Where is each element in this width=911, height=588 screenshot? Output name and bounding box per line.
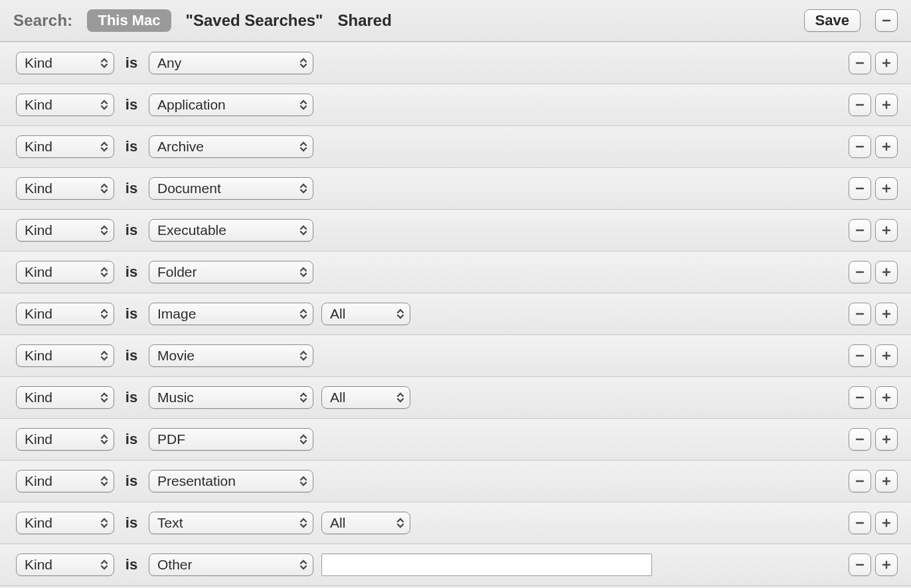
chevron-updown-icon [299,350,307,362]
minus-icon [855,100,865,110]
criterion-attribute-label: Kind [25,557,52,573]
criterion-attribute-label: Kind [25,306,52,322]
criterion-value-popup[interactable]: Text [149,512,313,534]
criterion-text-input[interactable] [321,553,652,576]
criterion-attribute-popup[interactable]: Kind [16,553,114,576]
criterion-row: KindisMusicAll [0,377,911,419]
criterion-attribute-popup[interactable]: Kind [16,303,114,325]
criterion-subvalue-label: All [330,390,345,405]
criterion-attribute-label: Kind [25,431,52,447]
criterion-attribute-popup[interactable]: Kind [16,428,114,451]
criterion-attribute-label: Kind [25,97,52,113]
criterion-value-popup[interactable]: Presentation [149,470,313,492]
remove-criterion-button[interactable] [849,135,871,158]
criterion-attribute-popup[interactable]: Kind [16,219,114,242]
criterion-value-popup[interactable]: Folder [149,261,313,283]
remove-criterion-button[interactable] [849,512,871,534]
criterion-attribute-popup[interactable]: Kind [16,470,114,492]
plus-icon [881,476,892,486]
chevron-updown-icon [100,99,108,111]
remove-criterion-button[interactable] [849,470,871,492]
plus-icon [881,267,892,277]
criterion-subvalue-popup[interactable]: All [321,512,410,534]
add-criterion-button[interactable] [875,94,898,116]
criterion-value-popup[interactable]: Movie [149,344,313,367]
remove-criterion-button[interactable] [849,177,871,200]
criterion-attribute-popup[interactable]: Kind [16,344,114,367]
remove-criterion-button[interactable] [849,219,871,242]
search-scope-this-mac-label: This Mac [98,12,160,29]
remove-criterion-button[interactable] [849,52,871,74]
criterion-operator: is [122,96,141,113]
remove-criterion-button[interactable] [849,553,871,576]
add-criterion-button[interactable] [875,219,898,242]
plus-icon [881,225,892,236]
criterion-value-popup[interactable]: Image [149,303,313,325]
add-criterion-button[interactable] [875,135,898,158]
remove-criterion-button[interactable] [849,303,871,325]
plus-icon [881,58,892,68]
chevron-updown-icon [396,392,404,404]
criterion-value-popup[interactable]: Any [149,52,313,74]
criterion-value-popup[interactable]: Archive [149,135,313,158]
criterion-value-popup[interactable]: Executable [149,219,313,242]
criterion-value-popup[interactable]: Document [149,177,313,200]
criterion-operator: is [122,138,141,155]
criterion-value-popup[interactable]: Music [149,386,313,409]
criterion-operator: is [122,222,141,239]
criterion-attribute-popup[interactable]: Kind [16,512,114,534]
criterion-row: KindisTextAll [0,502,911,544]
add-criterion-button[interactable] [875,177,898,200]
minus-icon [855,309,865,319]
chevron-updown-icon [299,475,307,487]
save-button[interactable]: Save [804,9,861,32]
criterion-attribute-popup[interactable]: Kind [16,94,114,116]
criterion-value-popup[interactable]: Application [149,94,313,116]
chevron-updown-icon [299,433,307,445]
add-criterion-button[interactable] [875,428,898,451]
chevron-updown-icon [100,433,108,445]
add-criterion-button[interactable] [875,512,898,534]
remove-criterion-button[interactable] [849,428,871,451]
remove-criterion-button[interactable] [849,344,871,367]
add-criterion-button[interactable] [875,553,898,576]
criterion-attribute-label: Kind [25,348,52,364]
criterion-operator: is [122,514,141,532]
add-criterion-button[interactable] [875,344,898,367]
chevron-updown-icon [100,183,108,194]
criterion-attribute-popup[interactable]: Kind [16,386,114,409]
criterion-value-label: Text [157,515,183,531]
criterion-value-popup[interactable]: Other [149,553,313,576]
criterion-attribute-popup[interactable]: Kind [16,135,114,158]
remove-criterion-button[interactable] [849,261,871,283]
remove-all-criteria-button[interactable] [875,9,898,32]
add-criterion-button[interactable] [875,386,898,409]
add-criterion-button[interactable] [875,470,898,492]
chevron-updown-icon [396,308,404,320]
criterion-row: KindisApplication [0,84,911,126]
search-scope-saved-searches[interactable]: "Saved Searches" [186,11,323,30]
criterion-attribute-popup[interactable]: Kind [16,177,114,200]
criterion-value-label: PDF [157,431,185,447]
add-criterion-button[interactable] [875,52,898,74]
criterion-subvalue-popup[interactable]: All [321,303,410,325]
criterion-value-label: Movie [157,348,195,364]
criterion-value-label: Archive [157,139,204,155]
criterion-row-actions [849,219,898,242]
search-scope-shared[interactable]: Shared [337,11,391,30]
remove-criterion-button[interactable] [849,94,871,116]
chevron-updown-icon [100,475,108,487]
remove-criterion-button[interactable] [849,386,871,409]
add-criterion-button[interactable] [875,261,898,283]
criterion-value-popup[interactable]: PDF [149,428,313,451]
criterion-attribute-popup[interactable]: Kind [16,261,114,283]
search-criteria-list: KindisAnyKindisApplicationKindisArchiveK… [0,42,911,586]
criterion-attribute-popup[interactable]: Kind [16,52,114,74]
criterion-operator: is [122,305,141,323]
search-scope-this-mac[interactable]: This Mac [87,9,171,32]
add-criterion-button[interactable] [875,303,898,325]
chevron-updown-icon [100,224,108,236]
minus-icon [855,559,865,570]
criterion-subvalue-popup[interactable]: All [321,386,410,409]
criterion-attribute-label: Kind [25,264,52,280]
